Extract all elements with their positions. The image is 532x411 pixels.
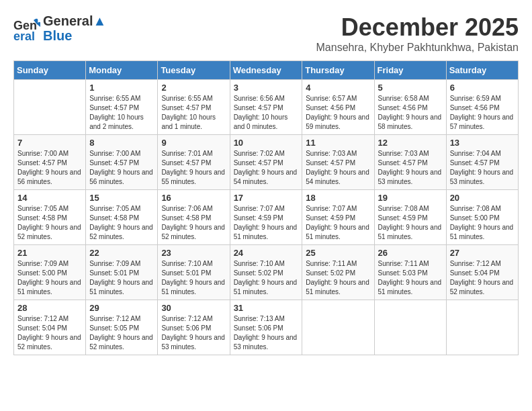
day-info: Sunrise: 7:07 AMSunset: 4:59 PMDaylight:… bbox=[234, 204, 299, 242]
day-number: 11 bbox=[306, 138, 370, 148]
day-info: Sunrise: 7:12 AMSunset: 5:04 PMDaylight:… bbox=[17, 314, 82, 352]
calendar-cell: 19Sunrise: 7:08 AMSunset: 4:59 PMDayligh… bbox=[374, 190, 446, 245]
day-info: Sunrise: 7:04 AMSunset: 4:57 PMDaylight:… bbox=[450, 149, 515, 187]
calendar-cell: 23Sunrise: 7:10 AMSunset: 5:01 PMDayligh… bbox=[158, 245, 230, 300]
day-info: Sunrise: 7:05 AMSunset: 4:58 PMDaylight:… bbox=[89, 204, 154, 242]
day-number: 17 bbox=[234, 193, 299, 203]
day-number: 2 bbox=[161, 83, 226, 93]
day-number: 29 bbox=[89, 303, 154, 313]
day-number: 12 bbox=[378, 138, 443, 148]
calendar-week-2: 7Sunrise: 7:00 AMSunset: 4:57 PMDaylight… bbox=[14, 135, 519, 190]
day-info: Sunrise: 7:00 AMSunset: 4:57 PMDaylight:… bbox=[17, 149, 82, 187]
calendar-cell: 21Sunrise: 7:09 AMSunset: 5:00 PMDayligh… bbox=[14, 245, 86, 300]
day-info: Sunrise: 7:10 AMSunset: 5:01 PMDaylight:… bbox=[161, 259, 226, 297]
calendar-cell: 22Sunrise: 7:09 AMSunset: 5:01 PMDayligh… bbox=[86, 245, 158, 300]
logo-text-blue: Blue bbox=[43, 28, 106, 43]
day-info: Sunrise: 7:08 AMSunset: 4:59 PMDaylight:… bbox=[378, 204, 443, 242]
day-number: 30 bbox=[161, 303, 226, 313]
day-number: 19 bbox=[378, 193, 443, 203]
calendar-cell: 1Sunrise: 6:55 AMSunset: 4:57 PMDaylight… bbox=[86, 80, 158, 135]
day-info: Sunrise: 7:12 AMSunset: 5:05 PMDaylight:… bbox=[89, 314, 154, 352]
day-number: 10 bbox=[234, 138, 299, 148]
calendar-cell: 26Sunrise: 7:11 AMSunset: 5:03 PMDayligh… bbox=[374, 245, 446, 300]
calendar-cell: 12Sunrise: 7:03 AMSunset: 4:57 PMDayligh… bbox=[374, 135, 446, 190]
calendar-cell: 24Sunrise: 7:10 AMSunset: 5:02 PMDayligh… bbox=[230, 245, 302, 300]
calendar-cell: 11Sunrise: 7:03 AMSunset: 4:57 PMDayligh… bbox=[302, 135, 374, 190]
day-number: 3 bbox=[234, 83, 299, 93]
day-number: 26 bbox=[378, 248, 443, 258]
day-number: 24 bbox=[234, 248, 299, 258]
location: Mansehra, Khyber Pakhtunkhwa, Pakistan bbox=[316, 42, 519, 54]
calendar-cell: 16Sunrise: 7:06 AMSunset: 4:58 PMDayligh… bbox=[158, 190, 230, 245]
day-number: 9 bbox=[161, 138, 226, 148]
day-info: Sunrise: 7:06 AMSunset: 4:58 PMDaylight:… bbox=[161, 204, 226, 242]
day-info: Sunrise: 7:09 AMSunset: 5:01 PMDaylight:… bbox=[89, 259, 154, 297]
day-number: 5 bbox=[378, 83, 443, 93]
calendar-header-wednesday: Wednesday bbox=[230, 61, 302, 80]
day-info: Sunrise: 6:57 AMSunset: 4:56 PMDaylight:… bbox=[306, 94, 370, 132]
calendar-cell bbox=[302, 300, 374, 355]
calendar-cell: 6Sunrise: 6:59 AMSunset: 4:56 PMDaylight… bbox=[446, 80, 518, 135]
day-info: Sunrise: 7:13 AMSunset: 5:06 PMDaylight:… bbox=[234, 314, 299, 352]
day-number: 22 bbox=[89, 248, 154, 258]
calendar-cell bbox=[14, 80, 86, 135]
day-number: 23 bbox=[161, 248, 226, 258]
day-info: Sunrise: 6:58 AMSunset: 4:56 PMDaylight:… bbox=[378, 94, 443, 132]
calendar-cell: 14Sunrise: 7:05 AMSunset: 4:58 PMDayligh… bbox=[14, 190, 86, 245]
calendar-header-saturday: Saturday bbox=[446, 61, 518, 80]
calendar-cell: 15Sunrise: 7:05 AMSunset: 4:58 PMDayligh… bbox=[86, 190, 158, 245]
calendar-cell: 25Sunrise: 7:11 AMSunset: 5:02 PMDayligh… bbox=[302, 245, 374, 300]
day-info: Sunrise: 6:56 AMSunset: 4:57 PMDaylight:… bbox=[234, 94, 299, 132]
day-number: 20 bbox=[450, 193, 515, 203]
day-info: Sunrise: 7:00 AMSunset: 4:57 PMDaylight:… bbox=[89, 149, 154, 187]
day-info: Sunrise: 7:03 AMSunset: 4:57 PMDaylight:… bbox=[378, 149, 443, 187]
day-number: 16 bbox=[161, 193, 226, 203]
title-block: December 2025 Mansehra, Khyber Pakhtunkh… bbox=[316, 13, 519, 54]
day-info: Sunrise: 7:08 AMSunset: 5:00 PMDaylight:… bbox=[450, 204, 515, 242]
calendar-cell: 30Sunrise: 7:12 AMSunset: 5:06 PMDayligh… bbox=[158, 300, 230, 355]
month-title: December 2025 bbox=[316, 13, 519, 42]
calendar-cell: 17Sunrise: 7:07 AMSunset: 4:59 PMDayligh… bbox=[230, 190, 302, 245]
day-number: 8 bbox=[89, 138, 154, 148]
day-number: 13 bbox=[450, 138, 515, 148]
calendar-header-monday: Monday bbox=[86, 61, 158, 80]
calendar-cell: 28Sunrise: 7:12 AMSunset: 5:04 PMDayligh… bbox=[14, 300, 86, 355]
day-number: 14 bbox=[17, 193, 82, 203]
day-info: Sunrise: 7:09 AMSunset: 5:00 PMDaylight:… bbox=[17, 259, 82, 297]
calendar-cell: 3Sunrise: 6:56 AMSunset: 4:57 PMDaylight… bbox=[230, 80, 302, 135]
day-info: Sunrise: 7:10 AMSunset: 5:02 PMDaylight:… bbox=[234, 259, 299, 297]
day-info: Sunrise: 6:55 AMSunset: 4:57 PMDaylight:… bbox=[89, 94, 154, 132]
logo-text-general: General▲ bbox=[43, 13, 106, 28]
day-info: Sunrise: 7:12 AMSunset: 5:06 PMDaylight:… bbox=[161, 314, 226, 352]
calendar-cell bbox=[374, 300, 446, 355]
calendar-cell: 5Sunrise: 6:58 AMSunset: 4:56 PMDaylight… bbox=[374, 80, 446, 135]
calendar-cell: 27Sunrise: 7:12 AMSunset: 5:04 PMDayligh… bbox=[446, 245, 518, 300]
logo-icon: Gen eral bbox=[13, 15, 40, 42]
calendar-week-1: 1Sunrise: 6:55 AMSunset: 4:57 PMDaylight… bbox=[14, 80, 519, 135]
day-info: Sunrise: 7:02 AMSunset: 4:57 PMDaylight:… bbox=[234, 149, 299, 187]
day-info: Sunrise: 7:07 AMSunset: 4:59 PMDaylight:… bbox=[306, 204, 370, 242]
calendar-cell: 29Sunrise: 7:12 AMSunset: 5:05 PMDayligh… bbox=[86, 300, 158, 355]
calendar-table: SundayMondayTuesdayWednesdayThursdayFrid… bbox=[13, 60, 519, 355]
day-number: 27 bbox=[450, 248, 515, 258]
day-number: 28 bbox=[17, 303, 82, 313]
logo: Gen eral General▲ Blue bbox=[13, 13, 106, 43]
calendar-cell: 13Sunrise: 7:04 AMSunset: 4:57 PMDayligh… bbox=[446, 135, 518, 190]
day-number: 7 bbox=[17, 138, 82, 148]
calendar-header-row: SundayMondayTuesdayWednesdayThursdayFrid… bbox=[14, 61, 519, 80]
calendar-header-tuesday: Tuesday bbox=[158, 61, 230, 80]
calendar-week-4: 21Sunrise: 7:09 AMSunset: 5:00 PMDayligh… bbox=[14, 245, 519, 300]
calendar-header-sunday: Sunday bbox=[14, 61, 86, 80]
svg-text:eral: eral bbox=[13, 30, 35, 42]
day-info: Sunrise: 7:05 AMSunset: 4:58 PMDaylight:… bbox=[17, 204, 82, 242]
calendar-week-5: 28Sunrise: 7:12 AMSunset: 5:04 PMDayligh… bbox=[14, 300, 519, 355]
calendar-cell: 7Sunrise: 7:00 AMSunset: 4:57 PMDaylight… bbox=[14, 135, 86, 190]
day-info: Sunrise: 7:01 AMSunset: 4:57 PMDaylight:… bbox=[161, 149, 226, 187]
day-number: 1 bbox=[89, 83, 154, 93]
calendar-week-3: 14Sunrise: 7:05 AMSunset: 4:58 PMDayligh… bbox=[14, 190, 519, 245]
calendar-cell: 31Sunrise: 7:13 AMSunset: 5:06 PMDayligh… bbox=[230, 300, 302, 355]
day-info: Sunrise: 7:03 AMSunset: 4:57 PMDaylight:… bbox=[306, 149, 370, 187]
day-number: 4 bbox=[306, 83, 370, 93]
calendar-cell: 18Sunrise: 7:07 AMSunset: 4:59 PMDayligh… bbox=[302, 190, 374, 245]
calendar-cell: 2Sunrise: 6:55 AMSunset: 4:57 PMDaylight… bbox=[158, 80, 230, 135]
